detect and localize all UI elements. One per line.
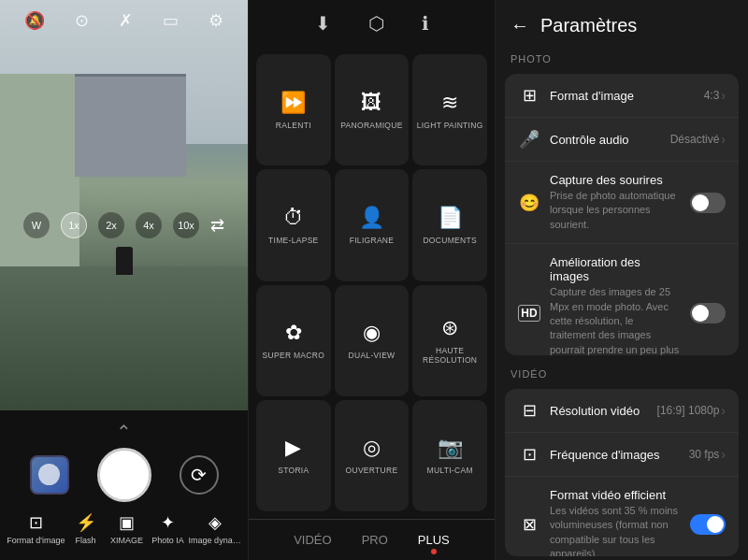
zoom-10x-label: 10x [178,220,194,231]
mode-multi-cam[interactable]: 📷 MULTI-CAM [412,400,487,511]
video-settings-card: ⊟ Résolution vidéo [16:9] 1080p › ⊡ Fréq… [505,389,739,556]
format-label: Format d'image [7,536,65,545]
format-image-row[interactable]: ⊞ Format d'image 4:3 › [505,74,739,118]
tab-plus[interactable]: PLUS [418,529,450,551]
modes-top-bar: ⬇ ⬡ ℹ [249,0,495,47]
viewfinder-road [0,266,248,410]
format-image-btn[interactable]: ⊡ Format d'image [7,512,65,545]
settings-header: ← Paramètres [496,0,748,44]
aspect-icon[interactable]: ▭ [163,10,179,31]
info-icon[interactable]: ℹ [422,12,429,35]
efficient-format-row[interactable]: ⊠ Format vidéo efficient Les vidéos sont… [505,477,739,556]
mode-haute-resolution[interactable]: ⊛ HAUTE RÉSOLUTION [412,285,487,396]
photo-section-label: PHOTO [496,44,748,70]
audio-control-value: Désactivé › [670,132,726,147]
lens-icon[interactable]: ⊙ [75,10,89,31]
smile-capture-toggle[interactable] [690,193,726,213]
zoom-1x-label: 1x [68,220,79,231]
storia-label: STORIA [278,466,309,475]
back-icon[interactable]: ← [511,15,529,36]
smile-capture-row[interactable]: 😊 Capture des sourires Prise de photo au… [505,162,739,244]
smile-icon: 😊 [518,193,540,213]
format-image-content: Format d'image [550,89,695,103]
zoom-2x-btn[interactable]: 2x [98,212,124,238]
mode-documents[interactable]: 📄 DOCUMENTS [412,169,487,280]
thumb-inner [38,464,60,485]
dynamic-icon: ◈ [209,512,222,533]
storia-icon: ▶ [285,436,301,460]
tab-pro[interactable]: PRO [362,529,388,551]
video-resolution-row[interactable]: ⊟ Résolution vidéo [16:9] 1080p › [505,389,739,433]
flash-label: Flash [76,536,96,545]
ai-label: Photo IA [151,536,184,545]
light-painting-label: LIGHT PAINTING [417,121,483,130]
audio-control-row[interactable]: 🎤 Contrôle audio Désactivé › [505,118,739,162]
download-icon[interactable]: ⬇ [315,12,331,35]
flip-icon: ⟳ [191,464,207,486]
video-resolution-value-text: [16:9] 1080p [657,404,720,417]
efficient-format-toggle[interactable] [690,514,726,535]
mute-icon[interactable]: 🔕 [24,10,45,31]
zoom-w-btn[interactable]: W [23,212,50,238]
frame-rate-content: Fréquence d'images [550,448,680,462]
zoom-10x-btn[interactable]: 10x [173,212,199,238]
tab-video[interactable]: VIDÉO [294,529,331,551]
mode-dual-view[interactable]: ◉ DUAL-VIEW [335,285,410,396]
frame-rate-title: Fréquence d'images [550,448,680,462]
frame-rate-row[interactable]: ⊡ Fréquence d'images 30 fps › [505,433,739,477]
flash-icon: ⚡ [76,512,96,533]
documents-icon: 📄 [438,206,463,230]
share-icon[interactable]: ⬡ [368,12,384,35]
settings-icon[interactable]: ⚙ [209,10,223,31]
mode-timelapse[interactable]: ⏱ TIME-LAPSE [256,169,331,280]
multi-cam-icon: 📷 [438,436,463,460]
mode-super-macro[interactable]: ✿ SUPER MACRO [256,285,331,396]
frame-rate-chevron: › [721,447,726,462]
dual-view-label: DUAL-VIEW [349,351,396,360]
format-image-icon: ⊞ [518,85,540,106]
dynamic-image-btn[interactable]: ◈ Image dyna… [189,512,241,545]
image-improvement-subtitle: Capture des images de 25 Mpx en mode pho… [550,285,681,355]
frame-rate-icon: ⊡ [518,444,540,465]
zoom-1x-btn[interactable]: 1x [61,212,87,238]
ai-photo-btn[interactable]: ✦ Photo IA [148,512,189,545]
ralenti-icon: ⏩ [280,91,306,115]
ximage-label: XIMAGE [110,536,143,545]
flash-off-icon[interactable]: ✗ [119,10,133,31]
gallery-thumbnail[interactable] [30,455,69,495]
camera-switch-icon[interactable]: ⇄ [210,215,224,236]
efficient-format-icon: ⊠ [518,514,540,535]
flash-btn[interactable]: ⚡ Flash [65,512,107,545]
haute-resolution-label: HAUTE RÉSOLUTION [416,346,483,365]
mode-ralenti[interactable]: ⏩ RALENTI [256,54,331,165]
panoramique-icon: 🖼 [361,91,381,115]
video-resolution-title: Résolution vidéo [550,404,648,418]
shutter-button[interactable] [97,448,151,502]
smile-capture-content: Capture des sourires Prise de photo auto… [550,173,681,232]
image-improvement-toggle[interactable] [690,303,726,323]
mode-storia[interactable]: ▶ STORIA [256,400,331,511]
audio-icon: 🎤 [518,129,540,150]
light-painting-icon: ≋ [441,91,458,115]
zoom-4x-btn[interactable]: 4x [136,212,162,238]
image-improvement-row[interactable]: HD Amélioration des images Capture des i… [505,244,739,355]
mode-light-painting[interactable]: ≋ LIGHT PAINTING [412,54,487,165]
format-image-title: Format d'image [550,89,695,103]
video-section-label: VIDÉO [496,359,748,385]
settings-title: Paramètres [540,15,637,36]
flip-camera-button[interactable]: ⟳ [180,455,219,495]
super-macro-label: SUPER MACRO [263,351,325,360]
photo-settings-card: ⊞ Format d'image 4:3 › 🎤 Contrôle audio … [505,74,739,355]
dual-view-icon: ◉ [363,321,381,345]
image-improvement-content: Amélioration des images Capture des imag… [550,255,681,355]
video-resolution-value: [16:9] 1080p › [657,403,726,418]
mode-ouverture[interactable]: ◎ OUVERTURE [335,400,410,511]
mode-filigrane[interactable]: 👤 FILIGRANE [335,169,410,280]
ximage-btn[interactable]: ▣ XIMAGE [107,512,148,545]
modes-tabs: VIDÉO PRO PLUS [249,519,495,560]
zoom-w-label: W [32,220,41,231]
viewfinder-object [116,247,133,275]
timelapse-icon: ⏱ [283,206,304,230]
mode-panoramique[interactable]: 🖼 PANORAMIQUE [335,54,410,165]
frame-rate-value: 30 fps › [689,447,726,462]
